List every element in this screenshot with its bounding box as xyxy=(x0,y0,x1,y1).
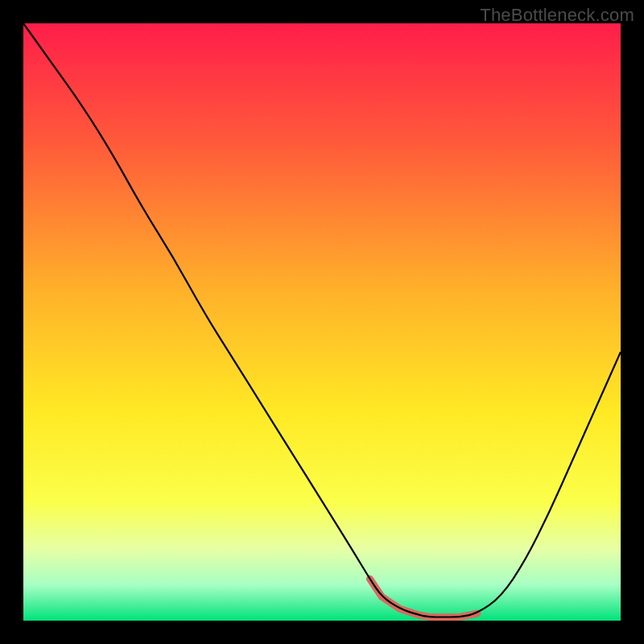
bottleneck-curve xyxy=(23,23,621,617)
curve-layer xyxy=(23,23,621,621)
highlight-segment xyxy=(369,579,477,617)
chart-frame: TheBottleneck.com xyxy=(0,0,644,644)
watermark-text: TheBottleneck.com xyxy=(480,5,634,26)
